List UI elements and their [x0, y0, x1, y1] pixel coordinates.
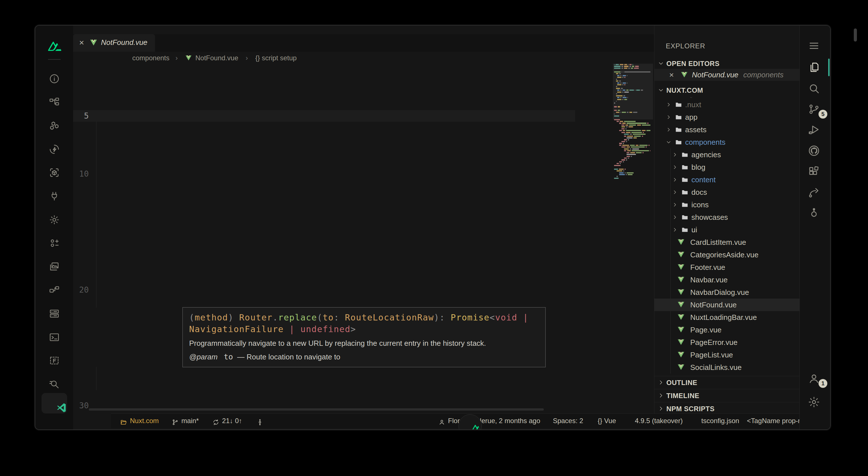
minimap-line	[614, 83, 652, 84]
minimap-line	[614, 117, 652, 118]
minimap-line	[614, 73, 652, 74]
tooltip-signature: (method) Router.replace(to: RouteLocatio…	[189, 312, 539, 323]
indent-guide	[96, 367, 96, 390]
devtools-window: × NotFound.vue components›NotFound.vue›{…	[35, 25, 831, 430]
close-icon[interactable]: ×	[669, 70, 674, 80]
tab-close-icon[interactable]: ×	[77, 38, 86, 47]
tree-label: CardListItem.vue	[690, 238, 746, 247]
tree-label: blog	[691, 163, 705, 172]
status-nuxt-com[interactable]: Nuxt.com	[120, 414, 159, 428]
minimap-line	[614, 93, 652, 94]
minimap-line	[614, 172, 652, 173]
status-21-0-[interactable]: 21↓ 0↑	[212, 414, 242, 428]
breadcrumb-components[interactable]: components	[132, 54, 169, 62]
screen: × NotFound.vue components›NotFound.vue›{…	[0, 0, 868, 476]
breadcrumb-symbol[interactable]: {} script setup	[255, 54, 297, 62]
status-4-9-5-takeover-[interactable]: 4.9.5 (takeover)	[635, 414, 683, 428]
sitemap-icon[interactable]	[49, 97, 60, 108]
explorer-icon[interactable]	[808, 61, 820, 74]
sidebar-divider	[48, 59, 61, 60]
host-scrollbar[interactable]	[854, 28, 857, 41]
tree-label: components	[685, 138, 725, 147]
tree-label: assets	[685, 125, 707, 134]
badge-count: 5	[818, 110, 827, 119]
breadcrumb-file[interactable]: NotFound.vue	[195, 54, 238, 62]
tab-notfound-vue[interactable]: × NotFound.vue	[73, 34, 155, 52]
status-git-commit-icon[interactable]	[256, 414, 266, 428]
open-editor-path: components	[743, 70, 783, 80]
github-icon[interactable]	[808, 145, 820, 157]
vue-file-icon	[677, 339, 685, 346]
chevron-right-icon	[672, 214, 678, 220]
cog-icon[interactable]	[49, 214, 60, 225]
tree-label: icons	[691, 200, 709, 209]
settings-gear-icon[interactable]	[808, 396, 820, 408]
minimap-line	[614, 141, 652, 142]
chevron-down-icon	[658, 87, 664, 93]
sidebar-item-vscode[interactable]	[41, 393, 67, 413]
info-icon[interactable]	[49, 73, 60, 85]
minimap-line	[614, 84, 652, 85]
server-icon[interactable]	[49, 308, 60, 319]
activity-bar: 51	[800, 26, 831, 430]
minimap-line	[614, 150, 652, 151]
line-number: 5	[73, 111, 89, 121]
nuxt-logo-icon[interactable]	[46, 40, 62, 52]
chevron-right-icon	[672, 152, 678, 158]
run-debug-icon[interactable]	[808, 124, 820, 136]
terminal-icon[interactable]	[49, 331, 60, 343]
tree-label: content	[691, 176, 716, 184]
minimap-line	[614, 165, 652, 166]
breadcrumb-separator: ›	[246, 54, 248, 62]
components-hex-icon[interactable]	[49, 120, 60, 131]
minimap-line	[614, 108, 652, 109]
minimap-line	[614, 134, 652, 135]
menu-icon[interactable]	[808, 39, 820, 52]
vue-file-icon	[677, 239, 685, 246]
minimap-line	[614, 176, 652, 177]
users-icon[interactable]	[49, 237, 60, 249]
frame-f-icon[interactable]	[49, 355, 60, 366]
folder-icon	[681, 151, 688, 158]
minimap-line	[614, 139, 652, 140]
search-code-icon[interactable]	[49, 378, 60, 390]
status-florent-delerue-2-months-ago[interactable]: Florent Delerue, 2 months ago	[438, 414, 540, 428]
status--vue[interactable]: {} Vue	[597, 414, 616, 428]
minimap[interactable]	[613, 64, 653, 411]
status-main-[interactable]: main*	[172, 414, 199, 428]
plug-icon[interactable]	[49, 191, 60, 202]
chevron-right-icon	[658, 406, 664, 412]
node-link-icon[interactable]	[49, 284, 60, 296]
folder-icon	[681, 176, 688, 183]
folder-icon	[681, 189, 688, 196]
chevron-right-icon	[672, 227, 678, 232]
live-share-icon[interactable]	[808, 186, 820, 199]
status-tsconfig-json[interactable]: tsconfig.json	[701, 414, 739, 428]
minimap-line	[614, 95, 652, 96]
runtime-swirl-icon[interactable]	[49, 144, 60, 155]
status-spaces-2[interactable]: Spaces: 2	[553, 414, 583, 428]
vue-file-icon	[677, 364, 685, 371]
minimap-line	[614, 132, 652, 133]
minimap-line	[614, 101, 652, 102]
search-icon[interactable]	[808, 82, 820, 95]
horizontal-scrollbar[interactable]	[89, 408, 544, 411]
tree-label: NuxtLoadingBar.vue	[690, 313, 757, 322]
minimap-line	[614, 64, 652, 65]
minimap-line	[614, 99, 652, 100]
tree-label: Navbar.vue	[690, 276, 728, 284]
line-number: 20	[73, 285, 89, 294]
section-timeline-label: TIMELINE	[666, 392, 699, 400]
vscode-main: × NotFound.vue components›NotFound.vue›{…	[73, 26, 830, 430]
minimap-line	[614, 68, 652, 69]
minimap-line	[614, 163, 652, 164]
tooltip-signature: NavigationFailure | undefined>	[189, 323, 539, 335]
tree-label: NotFound.vue	[690, 300, 737, 309]
scan-cube-icon[interactable]	[49, 167, 60, 178]
extensions-icon[interactable]	[808, 165, 820, 178]
vue-file-icon	[677, 263, 685, 271]
target-icon[interactable]	[808, 207, 820, 220]
minimap-line	[614, 136, 652, 137]
images-icon[interactable]	[49, 261, 60, 273]
minimap-line	[614, 167, 652, 168]
